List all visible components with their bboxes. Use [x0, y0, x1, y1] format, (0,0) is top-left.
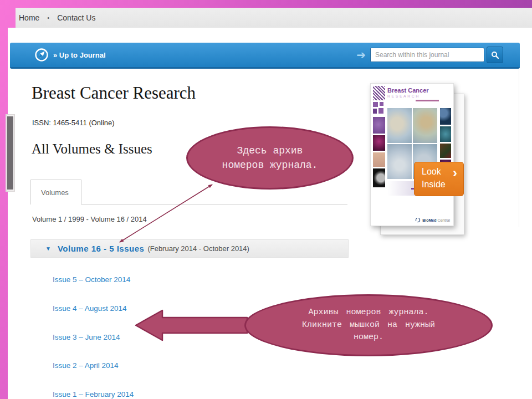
callout-text-line: Архивы номеров журнала.	[246, 306, 491, 319]
callout-text-line: Кликните мышкой на нужный	[246, 319, 491, 332]
callout-text-line: номер.	[246, 331, 491, 344]
tab-volumes-label: Volumes	[41, 188, 69, 197]
volume-16-label: Volume 16 - 5 Issues	[58, 244, 144, 253]
callout-archive-note: Здесь архив номеров журнала.	[186, 126, 354, 190]
site-topbar: Home • Contact Us	[16, 8, 532, 28]
issue-4-link[interactable]: Issue 4 – August 2014	[53, 304, 127, 313]
callout-text-line: номеров журнала.	[188, 158, 352, 172]
cover-title-line2: RESEARCH	[387, 94, 439, 98]
contact-us-link[interactable]: Contact Us	[57, 13, 95, 22]
content-divider	[519, 69, 519, 227]
volume-16-dates: (February 2014 - October 2014)	[147, 244, 249, 253]
cover-image	[387, 108, 412, 143]
issue-5-link[interactable]: Issue 5 – October 2014	[53, 275, 130, 284]
callout-click-note: Архивы номеров журнала. Кликните мышкой …	[244, 294, 493, 356]
cover-left-thumbnails	[373, 86, 385, 189]
scrollbar-thumb[interactable]	[7, 116, 13, 190]
cover-thumbnail	[373, 86, 385, 100]
cover-thumbnail	[440, 126, 451, 142]
cover-thumbnail	[373, 135, 385, 151]
biomed-central-icon	[415, 217, 421, 223]
cover-thumbnail	[373, 117, 385, 134]
cover-image	[387, 144, 412, 179]
search-icon	[491, 51, 499, 59]
chevron-down-icon: ▼	[45, 245, 51, 252]
cover-thumbnail	[440, 108, 451, 125]
search-area: ➔	[356, 47, 503, 63]
volume-range-text: Volume 1 / 1999 - Volume 16 / 2014	[32, 215, 147, 223]
search-input[interactable]	[370, 48, 484, 62]
cover-thumbnail	[373, 168, 385, 187]
cover-title-line1: Breast Cancer	[387, 87, 439, 94]
page-title: Breast Cancer Research	[32, 83, 196, 103]
cover-thumbnail	[373, 152, 385, 167]
journal-cover: Breast Cancer RESEARCH BioMed Central	[370, 83, 454, 226]
journal-header-bar: » Up to Journal ➔	[10, 43, 520, 69]
section-title: All Volumes & Issues	[32, 141, 152, 157]
issue-2-link[interactable]: Issue 2 – April 2014	[53, 361, 119, 370]
compass-icon	[34, 48, 49, 62]
separator-bullet: •	[47, 14, 49, 21]
publisher-name-rest: Central	[437, 218, 450, 222]
issue-1-link[interactable]: Issue 1 – February 2014	[53, 390, 134, 398]
chevron-right-icon: ›	[453, 165, 457, 181]
look-inside-label-2: Inside	[422, 180, 446, 190]
pixel-arrow-icon: ➔	[356, 49, 366, 60]
cover-image	[413, 108, 437, 143]
cover-thumbnail	[440, 144, 451, 158]
home-link[interactable]: Home	[19, 13, 39, 22]
look-inside-button[interactable]: Look Inside ›	[414, 162, 464, 196]
up-to-journal-link[interactable]: » Up to Journal	[53, 51, 106, 59]
callout-text-line: Здесь архив	[188, 144, 352, 158]
cover-header: Breast Cancer RESEARCH	[387, 87, 439, 101]
cover-thumbnail	[373, 102, 385, 115]
cover-url-line	[387, 100, 439, 101]
scrollbar[interactable]	[6, 114, 15, 192]
presentation-slide: Home • Contact Us » Up to Journal ➔	[0, 0, 532, 399]
volume-16-row[interactable]: ▼ Volume 16 - 5 Issues (February 2014 - …	[30, 239, 349, 258]
publisher-logo: BioMed Central	[373, 216, 450, 224]
search-button[interactable]	[487, 47, 503, 63]
tab-volumes[interactable]: Volumes	[30, 180, 81, 204]
publisher-name-bold: BioMed	[422, 218, 436, 222]
look-inside-label-1: Look	[422, 167, 441, 177]
issn-text: ISSN: 1465-5411 (Online)	[32, 119, 115, 127]
issue-3-link[interactable]: Issue 3 – June 2014	[53, 333, 120, 341]
